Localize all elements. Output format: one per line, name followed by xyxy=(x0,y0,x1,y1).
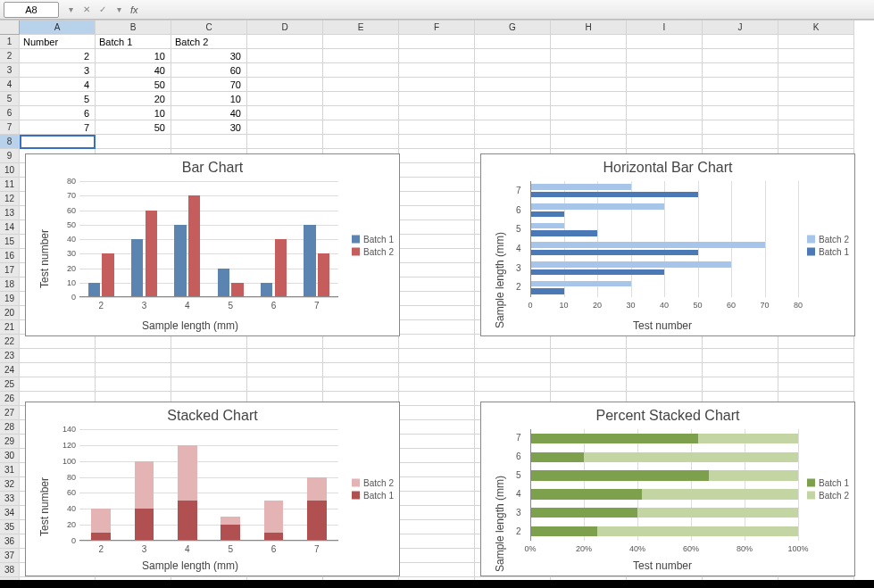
cell-C5[interactable]: 10 xyxy=(171,92,247,106)
cell-F15[interactable] xyxy=(399,235,475,249)
cell-F24[interactable] xyxy=(399,363,475,377)
cell-C2[interactable]: 30 xyxy=(171,49,247,63)
cell-E24[interactable] xyxy=(323,363,399,377)
cell-D25[interactable] xyxy=(247,377,323,392)
cell-F14[interactable] xyxy=(399,220,475,235)
cell-A6[interactable]: 6 xyxy=(20,106,96,120)
cell-G8[interactable] xyxy=(475,135,551,149)
cell-A23[interactable] xyxy=(20,349,96,363)
cell-I4[interactable] xyxy=(627,78,703,92)
cell-J25[interactable] xyxy=(703,377,778,392)
cell-F18[interactable] xyxy=(399,277,475,292)
row-header-5[interactable]: 5 xyxy=(0,92,20,106)
col-header-I[interactable]: I xyxy=(627,21,703,35)
cell-H2[interactable] xyxy=(551,49,627,63)
row-header-37[interactable]: 37 xyxy=(0,549,20,563)
row-header-9[interactable]: 9 xyxy=(0,149,20,163)
row-header-2[interactable]: 2 xyxy=(0,49,20,63)
col-header-B[interactable]: B xyxy=(96,21,171,35)
cell-B3[interactable]: 40 xyxy=(96,63,171,78)
cell-F28[interactable] xyxy=(399,420,475,435)
cell-I5[interactable] xyxy=(627,92,703,106)
cell-F8[interactable] xyxy=(399,135,475,149)
row-header-24[interactable]: 24 xyxy=(0,363,20,377)
cell-H6[interactable] xyxy=(551,106,627,120)
cell-F5[interactable] xyxy=(399,92,475,106)
cell-J2[interactable] xyxy=(703,49,778,63)
row-header-38[interactable]: 38 xyxy=(0,563,20,577)
cell-H24[interactable] xyxy=(551,363,627,377)
cell-C8[interactable] xyxy=(171,135,247,149)
row-header-26[interactable]: 26 xyxy=(0,392,20,406)
cell-F31[interactable] xyxy=(399,463,475,477)
cell-H5[interactable] xyxy=(551,92,627,106)
cell-C25[interactable] xyxy=(171,377,247,392)
col-header-H[interactable]: H xyxy=(551,21,627,35)
row-header-6[interactable]: 6 xyxy=(0,106,20,120)
cell-D2[interactable] xyxy=(247,49,323,63)
row-header-13[interactable]: 13 xyxy=(0,206,20,220)
cell-D3[interactable] xyxy=(247,63,323,78)
cell-K23[interactable] xyxy=(778,349,854,363)
name-box[interactable]: A8 xyxy=(4,2,59,18)
cell-E3[interactable] xyxy=(323,63,399,78)
cell-F3[interactable] xyxy=(399,63,475,78)
cell-J1[interactable] xyxy=(703,35,778,49)
cell-H22[interactable] xyxy=(551,335,627,349)
row-header-34[interactable]: 34 xyxy=(0,506,20,520)
cell-K6[interactable] xyxy=(778,106,854,120)
row-header-30[interactable]: 30 xyxy=(0,449,20,463)
cell-B2[interactable]: 10 xyxy=(96,49,171,63)
cell-B5[interactable]: 20 xyxy=(96,92,171,106)
cell-C23[interactable] xyxy=(171,349,247,363)
cell-B7[interactable]: 50 xyxy=(96,120,171,135)
cell-K7[interactable] xyxy=(778,120,854,135)
cell-E25[interactable] xyxy=(323,377,399,392)
row-header-14[interactable]: 14 xyxy=(0,220,20,235)
cell-H4[interactable] xyxy=(551,78,627,92)
cell-E1[interactable] xyxy=(323,35,399,49)
cell-K22[interactable] xyxy=(778,335,854,349)
cell-A22[interactable] xyxy=(20,335,96,349)
cell-F7[interactable] xyxy=(399,120,475,135)
cell-I8[interactable] xyxy=(627,135,703,149)
cell-I24[interactable] xyxy=(627,363,703,377)
cell-H25[interactable] xyxy=(551,377,627,392)
cell-F10[interactable] xyxy=(399,163,475,178)
cell-I22[interactable] xyxy=(627,335,703,349)
cell-B24[interactable] xyxy=(96,363,171,377)
cell-A8[interactable] xyxy=(20,135,96,149)
cell-A25[interactable] xyxy=(20,377,96,392)
row-header-3[interactable]: 3 xyxy=(0,63,20,78)
cell-I25[interactable] xyxy=(627,377,703,392)
cell-F12[interactable] xyxy=(399,192,475,206)
cell-E23[interactable] xyxy=(323,349,399,363)
row-header-7[interactable]: 7 xyxy=(0,120,20,135)
cancel-icon[interactable]: ✕ xyxy=(79,3,94,17)
col-header-K[interactable]: K xyxy=(778,21,854,35)
cell-F36[interactable] xyxy=(399,534,475,549)
cell-F29[interactable] xyxy=(399,435,475,449)
cell-F35[interactable] xyxy=(399,520,475,534)
cell-E22[interactable] xyxy=(323,335,399,349)
row-header-12[interactable]: 12 xyxy=(0,192,20,206)
row-header-36[interactable]: 36 xyxy=(0,534,20,549)
row-header-21[interactable]: 21 xyxy=(0,320,20,335)
cell-F1[interactable] xyxy=(399,35,475,49)
cell-B6[interactable]: 10 xyxy=(96,106,171,120)
cell-F6[interactable] xyxy=(399,106,475,120)
cell-F33[interactable] xyxy=(399,492,475,506)
cell-F26[interactable] xyxy=(399,392,475,406)
cell-I23[interactable] xyxy=(627,349,703,363)
formula-input[interactable] xyxy=(144,3,870,17)
cell-E7[interactable] xyxy=(323,120,399,135)
chart-bar[interactable]: Bar Chart Test number Sample length (mm)… xyxy=(25,153,400,336)
cell-G7[interactable] xyxy=(475,120,551,135)
cell-K5[interactable] xyxy=(778,92,854,106)
cell-K3[interactable] xyxy=(778,63,854,78)
cell-A7[interactable]: 7 xyxy=(20,120,96,135)
cell-I3[interactable] xyxy=(627,63,703,78)
cell-A4[interactable]: 4 xyxy=(20,78,96,92)
row-header-31[interactable]: 31 xyxy=(0,463,20,477)
row-header-1[interactable]: 1 xyxy=(0,35,20,49)
